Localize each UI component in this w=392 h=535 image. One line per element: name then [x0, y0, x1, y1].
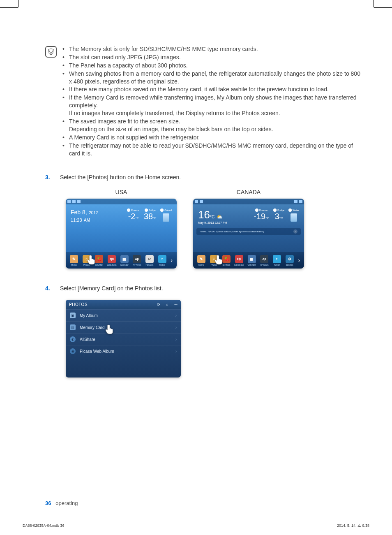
note-subtext: If no images have completely transferred… — [69, 109, 363, 117]
news-next-icon[interactable]: › — [293, 229, 297, 234]
water-mode[interactable]: Water — [288, 208, 299, 222]
memo-icon: ✎ — [70, 255, 78, 263]
app-label: Calendar — [247, 264, 256, 266]
allshare-icon: ◐ — [70, 336, 76, 342]
status-icon — [67, 200, 71, 203]
chevron-right-icon: › — [175, 313, 177, 318]
photos-header: PHOTOS ⟳ ⌂ ⤺ — [66, 300, 181, 309]
app-twitter[interactable]: tTwitter — [157, 255, 168, 266]
water-icon — [288, 208, 292, 212]
app-twitter[interactable]: tTwitter — [271, 255, 283, 266]
tz: PM — [223, 221, 227, 224]
fridge-unit: °F — [153, 216, 156, 220]
note-subtext: Depending on the size of an image, there… — [69, 125, 363, 133]
freezer-value: -19 — [254, 212, 265, 221]
footer-section: operating — [54, 500, 78, 506]
app-settings[interactable]: ⚙Settings — [284, 255, 295, 266]
page-footer: 36_ operating — [45, 500, 78, 506]
app-label: Epicurious — [107, 264, 116, 266]
step-text: Select [Memory Card] on the Photos list. — [60, 285, 163, 292]
ice-mode[interactable]: Cubed — [160, 208, 172, 222]
app-apnews[interactable]: ApAP News — [258, 255, 270, 266]
freezer-label: Freezer — [259, 209, 268, 211]
cubed-icon — [160, 208, 164, 212]
app-label: Memo — [71, 264, 77, 266]
tray-next-icon[interactable]: › — [169, 257, 174, 264]
app-calendar[interactable]: ▦Calendar — [119, 255, 130, 266]
settings-icon: ⚙ — [286, 255, 294, 263]
app-memo[interactable]: ✎Memo — [196, 255, 207, 266]
step-number: 3. — [45, 174, 53, 181]
calendar-icon: ▦ — [248, 255, 256, 263]
usa-home-screen: Feb 8, 2012 11:23 AM Freezer -2°F Fridge… — [66, 199, 177, 269]
fridge-label: Fridge — [277, 209, 284, 211]
list-row-memorycard[interactable]: ▤ Memory Card › — [66, 321, 181, 333]
fridge-icon — [145, 208, 148, 212]
canada-home-screen: 16°C ⛅ May 9, 2013 22:27 PM Freezer -19°… — [193, 199, 304, 269]
list-row-picasa[interactable]: ◉ Picasa Web Album › — [66, 345, 181, 357]
outdoor-unit: °C — [210, 215, 214, 219]
app-label: ceryMgr. — [95, 264, 103, 266]
note-text: The Memory slot is only for SD/SDHC/MMC/… — [69, 46, 258, 52]
refresh-icon[interactable]: ⟳ — [157, 302, 160, 307]
page-number: 36 — [45, 500, 51, 506]
water-label: Water — [293, 209, 299, 211]
app-epicurious[interactable]: epiEpicurious — [106, 255, 118, 266]
picasa-icon: ◉ — [70, 348, 76, 354]
cubed-label: Cubed — [164, 209, 172, 211]
date: Feb 8, — [71, 209, 87, 215]
memo-icon: ✎ — [197, 255, 205, 263]
calendar-icon: ▦ — [120, 255, 129, 263]
wifi-icon — [195, 200, 198, 203]
note-bullet: The Memory slot is only for SD/SDHC/MMC/… — [62, 45, 363, 53]
app-label: Twitter — [159, 264, 165, 266]
usa-label: USA — [66, 189, 177, 195]
note-bullet: If the Memory Card is removed while tran… — [62, 94, 363, 117]
app-label: Pandora — [145, 264, 153, 266]
fridge-icon — [273, 208, 277, 212]
pointer-hand-icon — [87, 255, 96, 265]
note-text: If there are many photos saved on the Me… — [69, 86, 329, 93]
back-icon[interactable]: ⤺ — [174, 302, 178, 307]
tray-next-icon[interactable]: › — [296, 257, 302, 264]
app-epicurious[interactable]: epiEpicurious — [233, 255, 245, 266]
pointer-hand-icon — [214, 255, 224, 265]
list-row-myalbum[interactable]: ▣ My Album › — [66, 309, 181, 321]
app-memo[interactable]: ✎Memo — [68, 255, 80, 266]
note-block: The Memory slot is only for SD/SDHC/MMC/… — [45, 45, 363, 157]
freezer-unit: °C — [265, 216, 269, 220]
news-ticker[interactable]: News | NASA: Space station power system … — [196, 228, 301, 235]
status-icon — [200, 200, 203, 203]
note-text: A Memory Card is not supplied with the r… — [69, 134, 200, 141]
app-label: Epicurious — [234, 264, 244, 266]
sdcard-icon: ▤ — [70, 324, 76, 330]
list-row-allshare[interactable]: ◐ AllShare › — [66, 333, 181, 345]
note-text: The Panel has a capacity of about 300 ph… — [69, 62, 188, 69]
app-label: Settings — [286, 264, 293, 266]
fridge-temp[interactable]: Fridge 3°C — [273, 208, 284, 221]
app-apnews[interactable]: ApAP News — [131, 255, 143, 266]
fridge-unit: °C — [279, 216, 283, 220]
photos-panel: PHOTOS ⟳ ⌂ ⤺ ▣ My Album › ▤ Memory Card … — [66, 300, 181, 378]
status-icon — [77, 200, 81, 203]
weather-block: 16°C ⛅ May 9, 2013 22:27 PM — [198, 208, 227, 224]
home-icon[interactable]: ⌂ — [166, 302, 168, 307]
grocery-icon: 🍓 — [222, 255, 231, 263]
datetime-block: Feb 8, 2012 11:23 AM — [71, 208, 98, 223]
canada-label: CANADA — [193, 189, 304, 195]
print-file: DA68-02935A-04.indb 36 — [23, 523, 65, 528]
note-bullet: When saving photos from a memory card to… — [62, 70, 363, 86]
freezer-temp[interactable]: Freezer -19°C — [254, 208, 269, 221]
fridge-temp[interactable]: Fridge 38°F — [144, 208, 156, 221]
freezer-temp[interactable]: Freezer -2°F — [127, 208, 140, 221]
photos-title: PHOTOS — [69, 302, 88, 307]
freezer-label: Freezer — [131, 209, 140, 211]
app-calendar[interactable]: ▦Calendar — [246, 255, 258, 266]
epi-icon: epi — [235, 255, 243, 263]
note-bullet: The slot can read only JPEG (JPG) images… — [62, 53, 363, 61]
row-label: Memory Card — [80, 325, 175, 330]
note-icon — [45, 46, 57, 58]
app-pandora[interactable]: PPandora — [144, 255, 155, 266]
freezer-icon — [127, 208, 130, 212]
cup-icon — [163, 213, 169, 222]
